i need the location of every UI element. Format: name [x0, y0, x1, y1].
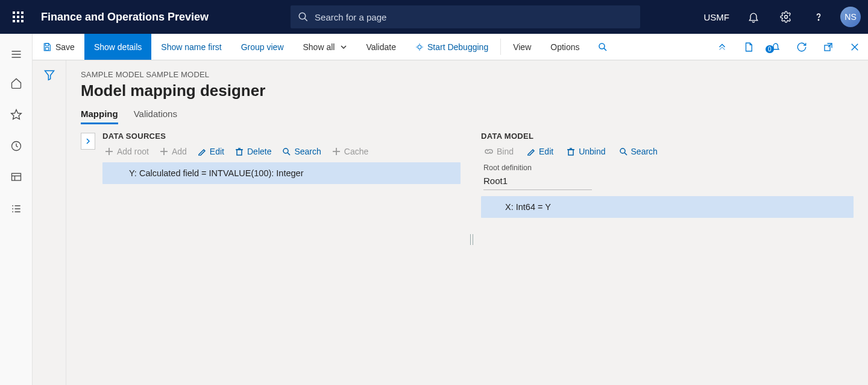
- hamburger-icon[interactable]: [9, 47, 24, 62]
- home-icon[interactable]: [9, 76, 24, 91]
- delete-button[interactable]: Delete: [235, 147, 271, 156]
- root-definition-value[interactable]: Root1: [483, 173, 592, 190]
- svg-rect-27: [45, 43, 48, 46]
- svg-marker-16: [11, 110, 21, 119]
- search-icon: [298, 11, 309, 22]
- global-search[interactable]: [291, 5, 640, 28]
- svg-rect-7: [17, 20, 19, 22]
- data-sources-header: DATA SOURCES: [102, 132, 461, 141]
- refresh-button[interactable]: [788, 42, 815, 52]
- data-sources-panel: DATA SOURCES Add root Add: [81, 132, 461, 361]
- svg-line-56: [624, 153, 627, 155]
- recent-icon[interactable]: [9, 139, 24, 153]
- save-button[interactable]: Save: [33, 34, 84, 60]
- svg-rect-8: [21, 20, 24, 22]
- modules-icon[interactable]: [9, 202, 24, 216]
- tab-validations[interactable]: Validations: [134, 109, 177, 124]
- top-header: Finance and Operations Preview USMF NS: [0, 0, 868, 34]
- svg-line-35: [603, 48, 606, 50]
- show-name-first-button[interactable]: Show name first: [151, 34, 231, 60]
- plus-icon: [332, 147, 341, 156]
- expand-handle[interactable]: [81, 133, 95, 150]
- bind-button[interactable]: Bind: [485, 147, 514, 156]
- dm-edit-button[interactable]: Edit: [527, 147, 553, 156]
- page-title: Model mapping designer: [81, 81, 854, 100]
- svg-rect-0: [13, 11, 15, 14]
- messages-button[interactable]: 0: [762, 42, 788, 52]
- svg-rect-18: [11, 173, 20, 180]
- data-source-row[interactable]: Y: Calculated field = INTVALUE(100): Int…: [102, 162, 461, 184]
- svg-point-9: [299, 13, 306, 19]
- svg-line-10: [304, 18, 307, 21]
- svg-rect-52: [568, 150, 573, 155]
- waffle-icon[interactable]: [7, 6, 29, 28]
- avatar[interactable]: NS: [840, 7, 861, 27]
- splitter-handle[interactable]: [470, 234, 473, 245]
- svg-rect-2: [21, 11, 24, 14]
- svg-rect-45: [237, 150, 242, 155]
- close-button[interactable]: [841, 42, 868, 52]
- show-details-button[interactable]: Show details: [84, 34, 151, 60]
- gear-icon[interactable]: [775, 6, 797, 28]
- action-bar: Save Show details Show name first Group …: [33, 34, 868, 60]
- bell-icon[interactable]: [743, 6, 764, 28]
- group-view-button[interactable]: Group view: [231, 34, 294, 60]
- plus-icon: [160, 147, 168, 156]
- filter-icon: [43, 69, 55, 81]
- svg-rect-1: [17, 11, 19, 14]
- data-sources-toolbar: Add root Add Edit: [102, 147, 461, 156]
- add-root-button[interactable]: Add root: [105, 147, 149, 156]
- data-model-row[interactable]: X: Int64 = Y: [481, 196, 854, 218]
- left-rail: [0, 34, 33, 385]
- svg-point-12: [818, 19, 819, 20]
- star-icon[interactable]: [9, 107, 24, 122]
- svg-point-34: [599, 43, 605, 49]
- dm-search-button[interactable]: Search: [619, 147, 658, 156]
- help-icon[interactable]: [808, 6, 829, 28]
- svg-point-55: [620, 148, 625, 153]
- start-debugging-button[interactable]: Start Debugging: [406, 34, 498, 60]
- search-button[interactable]: Search: [282, 147, 321, 156]
- popout-button[interactable]: [815, 42, 841, 52]
- unbind-button[interactable]: Unbind: [567, 147, 605, 156]
- trash-icon: [567, 147, 575, 156]
- root-definition-block: Root definition Root1: [483, 164, 854, 190]
- separator: [500, 39, 501, 55]
- cache-button[interactable]: Cache: [332, 147, 368, 156]
- add-button[interactable]: Add: [160, 147, 187, 156]
- tab-mapping[interactable]: Mapping: [81, 109, 118, 124]
- validate-button[interactable]: Validate: [356, 34, 406, 60]
- svg-rect-6: [13, 20, 15, 22]
- office-button[interactable]: [735, 42, 762, 52]
- svg-line-49: [288, 153, 290, 155]
- plus-icon: [105, 147, 113, 156]
- find-button[interactable]: [590, 34, 616, 60]
- search-icon: [282, 147, 291, 156]
- edit-button[interactable]: Edit: [198, 147, 224, 156]
- workspace-icon[interactable]: [9, 170, 24, 185]
- pencil-icon: [527, 147, 535, 156]
- notif-badge: 0: [766, 45, 774, 53]
- pencil-icon: [198, 147, 206, 156]
- svg-rect-5: [21, 16, 24, 18]
- svg-point-29: [418, 45, 421, 49]
- data-model-panel: DATA MODEL Bind Edit: [481, 132, 854, 361]
- svg-marker-40: [45, 71, 54, 80]
- svg-rect-28: [45, 47, 48, 50]
- show-all-dropdown[interactable]: Show all: [294, 34, 357, 60]
- app-title: Finance and Operations Preview: [41, 11, 209, 24]
- data-model-toolbar: Bind Edit Unbind: [485, 147, 854, 156]
- header-right: USMF NS: [704, 6, 861, 28]
- view-menu[interactable]: View: [503, 34, 541, 60]
- filter-column[interactable]: [33, 60, 66, 385]
- svg-rect-4: [17, 16, 19, 18]
- attach-button[interactable]: [709, 42, 735, 52]
- svg-point-48: [283, 148, 288, 153]
- search-icon: [619, 147, 627, 156]
- company-code[interactable]: USMF: [704, 12, 730, 22]
- trash-icon: [235, 147, 244, 156]
- svg-point-11: [785, 16, 788, 19]
- search-input[interactable]: [315, 12, 633, 22]
- options-menu[interactable]: Options: [541, 34, 589, 60]
- debug-icon: [415, 43, 424, 51]
